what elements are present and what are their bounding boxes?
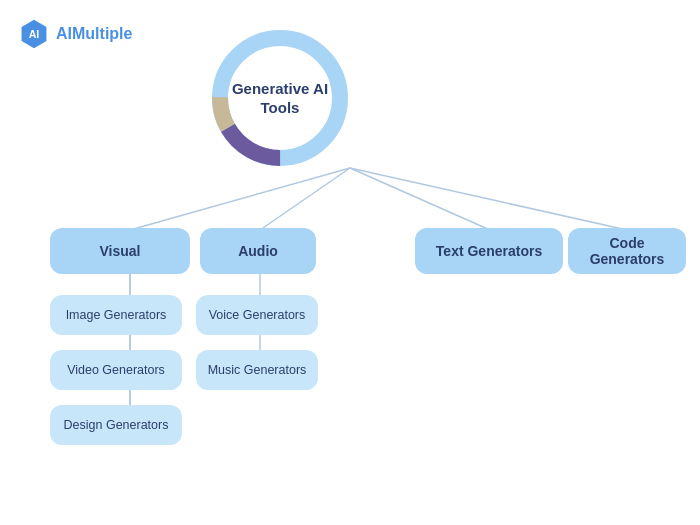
logo-text: AIMultiple	[56, 25, 132, 43]
svg-line-4	[350, 168, 490, 230]
svg-line-2	[130, 168, 350, 230]
svg-text:AI: AI	[29, 28, 40, 40]
node-text-generators: Text Generators	[415, 228, 563, 274]
logo-icon: AI	[18, 18, 50, 50]
node-image-generators: Image Generators	[50, 295, 182, 335]
center-node: Generative AI Tools	[210, 28, 350, 168]
logo: AI AIMultiple	[18, 18, 132, 50]
svg-line-5	[350, 168, 627, 230]
node-music-generators: Music Generators	[196, 350, 318, 390]
center-label: Generative AI Tools	[232, 79, 328, 118]
node-voice-generators: Voice Generators	[196, 295, 318, 335]
node-design-generators: Design Generators	[50, 405, 182, 445]
node-visual: Visual	[50, 228, 190, 274]
node-video-generators: Video Generators	[50, 350, 182, 390]
node-code-generators: Code Generators	[568, 228, 686, 274]
svg-line-3	[260, 168, 350, 230]
node-audio: Audio	[200, 228, 316, 274]
